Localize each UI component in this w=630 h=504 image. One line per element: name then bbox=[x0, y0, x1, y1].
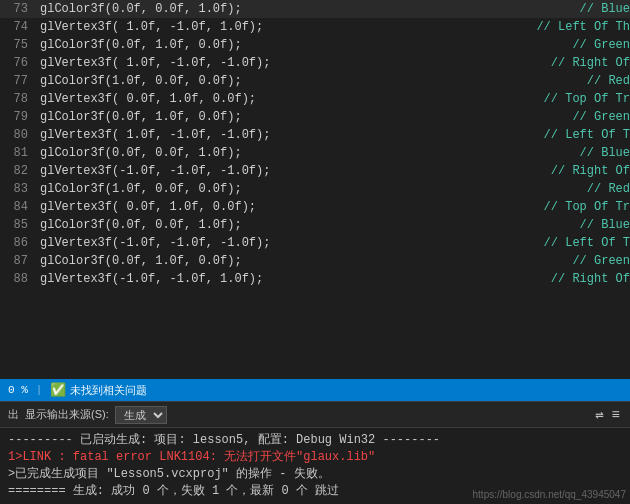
line-code: glColor3f(0.0f, 0.0f, 1.0f); bbox=[36, 146, 572, 160]
line-number: 85 bbox=[0, 218, 36, 232]
line-code: glVertex3f(-1.0f, -1.0f, -1.0f); bbox=[36, 164, 543, 178]
line-code: glVertex3f( 1.0f, -1.0f, -1.0f); bbox=[36, 128, 536, 142]
line-code: glVertex3f( 1.0f, -1.0f, -1.0f); bbox=[36, 56, 543, 70]
code-line: 83 glColor3f(1.0f, 0.0f, 0.0f);// Red bbox=[0, 180, 630, 198]
line-comment: // Left Of T bbox=[536, 236, 630, 250]
line-number: 84 bbox=[0, 200, 36, 214]
code-line: 73 glColor3f(0.0f, 0.0f, 1.0f);// Blue bbox=[0, 0, 630, 18]
line-number: 80 bbox=[0, 128, 36, 142]
line-comment: // Blue bbox=[572, 146, 630, 160]
line-number: 75 bbox=[0, 38, 36, 52]
line-comment: // Blue bbox=[572, 218, 630, 232]
line-number: 73 bbox=[0, 2, 36, 16]
line-comment: // Red bbox=[579, 74, 630, 88]
output-line: --------- 已启动生成: 项目: lesson5, 配置: Debug … bbox=[8, 432, 622, 449]
line-number: 82 bbox=[0, 164, 36, 178]
line-number: 83 bbox=[0, 182, 36, 196]
line-code: glColor3f(0.0f, 0.0f, 1.0f); bbox=[36, 2, 572, 16]
code-line: 88 glVertex3f(-1.0f, -1.0f, 1.0f);// Rig… bbox=[0, 270, 630, 288]
code-line: 78 glVertex3f( 0.0f, 1.0f, 0.0f);// Top … bbox=[0, 90, 630, 108]
output-line: >已完成生成项目 "Lesson5.vcxproj" 的操作 - 失败。 bbox=[8, 466, 622, 483]
output-label: 出 bbox=[8, 407, 19, 422]
source-label: 显示输出来源(S): bbox=[25, 407, 109, 422]
code-line: 87 glColor3f(0.0f, 1.0f, 0.0f);// Green bbox=[0, 252, 630, 270]
line-code: glVertex3f(-1.0f, -1.0f, -1.0f); bbox=[36, 236, 536, 250]
line-code: glVertex3f(-1.0f, -1.0f, 1.0f); bbox=[36, 272, 543, 286]
code-line: 85 glColor3f(0.0f, 0.0f, 1.0f);// Blue bbox=[0, 216, 630, 234]
line-comment: // Top Of Tr bbox=[536, 92, 630, 106]
line-number: 79 bbox=[0, 110, 36, 124]
code-line: 74 glVertex3f( 1.0f, -1.0f, 1.0f);// Lef… bbox=[0, 18, 630, 36]
wrap-icon[interactable]: ⇌ bbox=[593, 405, 605, 424]
line-comment: // Right Of bbox=[543, 164, 630, 178]
output-icons: ⇌ ≡ bbox=[593, 405, 622, 424]
line-number: 77 bbox=[0, 74, 36, 88]
line-comment: // Red bbox=[579, 182, 630, 196]
code-editor: 73 glColor3f(0.0f, 0.0f, 1.0f);// Blue74… bbox=[0, 0, 630, 379]
line-number: 88 bbox=[0, 272, 36, 286]
line-comment: // Green bbox=[564, 110, 630, 124]
line-code: glVertex3f( 0.0f, 1.0f, 0.0f); bbox=[36, 200, 536, 214]
status-separator: | bbox=[36, 384, 43, 396]
line-comment: // Green bbox=[564, 254, 630, 268]
line-comment: // Blue bbox=[572, 2, 630, 16]
line-code: glColor3f(0.0f, 1.0f, 0.0f); bbox=[36, 38, 564, 52]
status-check: ✅ 未找到相关问题 bbox=[50, 382, 147, 398]
line-comment: // Green bbox=[564, 38, 630, 52]
code-line: 84 glVertex3f( 0.0f, 1.0f, 0.0f);// Top … bbox=[0, 198, 630, 216]
code-line: 77 glColor3f(1.0f, 0.0f, 0.0f);// Red bbox=[0, 72, 630, 90]
line-code: glColor3f(1.0f, 0.0f, 0.0f); bbox=[36, 182, 579, 196]
line-number: 81 bbox=[0, 146, 36, 160]
list-icon[interactable]: ≡ bbox=[610, 406, 622, 424]
status-bar: 0 % | ✅ 未找到相关问题 bbox=[0, 379, 630, 401]
line-comment: // Right Of bbox=[543, 272, 630, 286]
code-lines-container: 73 glColor3f(0.0f, 0.0f, 1.0f);// Blue74… bbox=[0, 0, 630, 379]
line-comment: // Left Of Th bbox=[528, 20, 630, 34]
code-line: 75 glColor3f(0.0f, 1.0f, 0.0f);// Green bbox=[0, 36, 630, 54]
line-number: 76 bbox=[0, 56, 36, 70]
watermark: https://blog.csdn.net/qq_43945047 bbox=[473, 489, 626, 500]
zoom-level[interactable]: 0 % bbox=[8, 384, 28, 396]
code-line: 80 glVertex3f( 1.0f, -1.0f, -1.0f);// Le… bbox=[0, 126, 630, 144]
line-number: 87 bbox=[0, 254, 36, 268]
line-comment: // Top Of Tr bbox=[536, 200, 630, 214]
code-line: 86 glVertex3f(-1.0f, -1.0f, -1.0f);// Le… bbox=[0, 234, 630, 252]
code-line: 76 glVertex3f( 1.0f, -1.0f, -1.0f);// Ri… bbox=[0, 54, 630, 72]
output-toolbar: 出 显示输出来源(S): 生成 ⇌ ≡ bbox=[0, 402, 630, 428]
check-icon: ✅ bbox=[50, 382, 66, 398]
line-code: glColor3f(0.0f, 1.0f, 0.0f); bbox=[36, 110, 564, 124]
line-code: glVertex3f( 0.0f, 1.0f, 0.0f); bbox=[36, 92, 536, 106]
line-number: 86 bbox=[0, 236, 36, 250]
source-select[interactable]: 生成 bbox=[115, 406, 167, 424]
line-code: glColor3f(0.0f, 1.0f, 0.0f); bbox=[36, 254, 564, 268]
line-code: glColor3f(0.0f, 0.0f, 1.0f); bbox=[36, 218, 572, 232]
line-number: 74 bbox=[0, 20, 36, 34]
line-code: glColor3f(1.0f, 0.0f, 0.0f); bbox=[36, 74, 579, 88]
output-line: 1>LINK : fatal error LNK1104: 无法打开文件"gla… bbox=[8, 449, 622, 466]
line-code: glVertex3f( 1.0f, -1.0f, 1.0f); bbox=[36, 20, 528, 34]
line-number: 78 bbox=[0, 92, 36, 106]
code-line: 81 glColor3f(0.0f, 0.0f, 1.0f);// Blue bbox=[0, 144, 630, 162]
code-line: 79 glColor3f(0.0f, 1.0f, 0.0f);// Green bbox=[0, 108, 630, 126]
line-comment: // Left Of T bbox=[536, 128, 630, 142]
code-line: 82 glVertex3f(-1.0f, -1.0f, -1.0f);// Ri… bbox=[0, 162, 630, 180]
check-text: 未找到相关问题 bbox=[70, 383, 147, 398]
line-comment: // Right Of bbox=[543, 56, 630, 70]
